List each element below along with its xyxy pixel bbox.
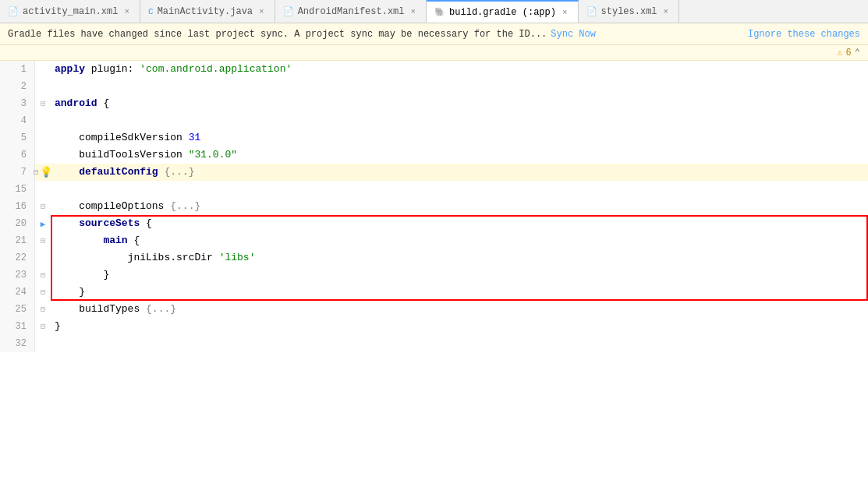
code-line: 22 jniLibs.srcDir 'libs' [0,249,868,266]
line-number: 3 [0,95,35,112]
code-line: 16 ⊟ compileOptions {...} [0,198,868,215]
line-number: 23 [0,266,35,284]
code-content: } [51,266,868,284]
tab-label: styles.xml [601,6,657,17]
code-content: apply plugin: 'com.android.application' [51,61,868,78]
code-line: 5 compileSdkVersion 31 [0,129,868,146]
line-number: 5 [0,129,35,146]
tab-bar: 📄 activity_main.xml × C MainActivity.jav… [0,0,868,23]
line-number: 20 [0,215,35,232]
fold-icon[interactable]: ⊟ [34,168,38,177]
code-content: sourceSets { [51,215,868,232]
tab-build-gradle[interactable]: 🐘 build.gradle (:app) × [427,0,578,23]
gutter-bulb[interactable]: ⊟ 💡 [35,164,51,181]
code-content: buildToolsVersion "31.0.0" [51,146,868,164]
fold-gutter[interactable]: ⊟ [35,301,51,318]
fold-gutter[interactable]: ⊟ [35,318,51,335]
sync-now-link[interactable]: Sync Now [551,29,596,40]
xml-icon: 📄 [8,6,19,16]
code-line: 32 [0,335,868,352]
line-number: 6 [0,146,35,164]
code-line: 6 buildToolsVersion "31.0.0" [0,146,868,164]
code-line: 25 ⊟ buildTypes {...} [0,301,868,318]
tab-activity-main[interactable]: 📄 activity_main.xml × [0,0,140,23]
code-content [51,78,868,95]
gutter [35,112,51,129]
code-area: 1 apply plugin: 'com.android.application… [0,61,868,352]
code-content: defaultConfig {...} [51,164,868,181]
code-line-red-start: 20 ▶ sourceSets { [0,215,868,232]
fold-gutter[interactable]: ⊟ [35,95,51,112]
code-line: 2 [0,78,868,95]
code-line: 4 [0,112,868,129]
notification-bar: Gradle files have changed since last pro… [0,23,868,45]
code-line: 31 ⊟ } [0,318,868,335]
line-number: 24 [0,284,35,301]
line-number: 16 [0,198,35,215]
code-line: 15 [0,181,868,198]
editor: ⚠ 6 ⌃ 1 apply plugin: 'com.android.appli… [0,45,868,480]
line-number: 4 [0,112,35,129]
gutter [35,249,51,266]
ignore-changes-link[interactable]: Ignore these changes [748,29,860,40]
code-line: 23 ⊟ } [0,266,868,284]
code-content: } [51,318,868,335]
warning-icon: ⚠ [837,47,842,58]
tab-close-activity-main[interactable]: × [122,6,132,17]
fold-gutter[interactable]: ⊟ [35,198,51,215]
tab-styles[interactable]: 📄 styles.xml × [579,0,680,23]
fold-gutter[interactable]: ⊟ [35,232,51,249]
xml-icon: 📄 [283,6,294,16]
code-line-red-end: 24 ⊟ } [0,284,868,301]
warning-count: 6 [846,48,852,58]
line-number: 1 [0,61,35,78]
warning-bar: ⚠ 6 ⌃ [0,45,868,61]
code-content: android { [51,95,868,112]
tab-close-styles[interactable]: × [661,6,671,17]
code-content: compileSdkVersion 31 [51,129,868,146]
code-line: 1 apply plugin: 'com.android.application… [0,61,868,78]
notification-text: Gradle files have changed since last pro… [8,29,547,40]
xml-icon: 📄 [586,6,597,16]
collapse-icon[interactable]: ⌃ [855,47,860,58]
gutter [35,78,51,95]
code-content: buildTypes {...} [51,301,868,318]
tab-android-manifest[interactable]: 📄 AndroidManifest.xml × [275,0,427,23]
line-number: 31 [0,318,35,335]
gutter [35,61,51,78]
gutter [35,129,51,146]
code-content [51,112,868,129]
tab-close-main-activity[interactable]: × [257,6,267,17]
tab-label: build.gradle (:app) [449,7,556,18]
line-number: 15 [0,181,35,198]
code-content: compileOptions {...} [51,198,868,215]
run-gutter[interactable]: ▶ [35,215,51,232]
code-content [51,335,868,352]
tab-close-build-gradle[interactable]: × [560,7,570,18]
tab-label: MainActivity.java [158,6,253,17]
code-content [51,181,868,198]
code-line: 21 ⊟ main { [0,232,868,249]
code-content: } [51,284,868,301]
gutter [35,146,51,164]
code-content: jniLibs.srcDir 'libs' [51,249,868,266]
java-icon: C [148,7,154,16]
fold-gutter[interactable]: ⊟ [35,284,51,301]
tab-main-activity[interactable]: C MainActivity.java × [140,0,275,23]
line-number: 32 [0,335,35,352]
code-content: main { [51,232,868,249]
code-line: 3 ⊟ android { [0,95,868,112]
line-number: 2 [0,78,35,95]
gutter [35,181,51,198]
line-number: 22 [0,249,35,266]
tab-label: AndroidManifest.xml [298,6,405,17]
line-number: 25 [0,301,35,318]
code-line-highlighted: 7 ⊟ 💡 defaultConfig {...} [0,164,868,181]
tab-close-android-manifest[interactable]: × [409,6,419,17]
gutter [35,335,51,352]
gradle-icon: 🐘 [434,7,445,17]
fold-gutter[interactable]: ⊟ [35,266,51,284]
line-number: 21 [0,232,35,249]
line-number: 7 [0,164,35,181]
tab-label: activity_main.xml [23,6,118,17]
